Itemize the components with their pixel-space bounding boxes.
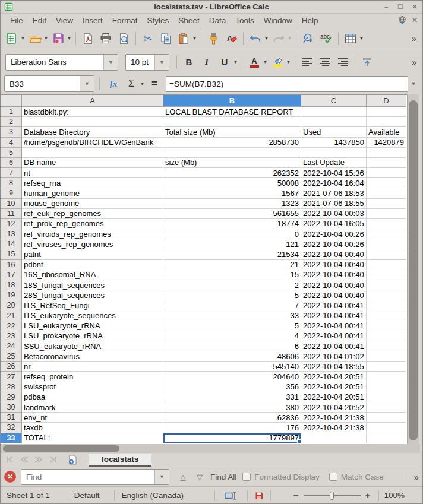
row-header-1[interactable]: 1 [1,107,22,117]
menu-file[interactable]: File [5,15,28,26]
cell-C2[interactable] [301,117,367,127]
menu-format[interactable]: Format [108,15,143,26]
find-combobox[interactable]: ▼ [21,469,169,485]
cell-C5[interactable] [301,148,367,158]
cell-B9[interactable]: 1567 [163,188,301,198]
cell-B22[interactable]: 5 [163,321,301,331]
cell-D5[interactable] [367,148,406,158]
cell-B30[interactable]: 380 [163,402,301,413]
find-replace-icon[interactable]: ad [301,30,316,47]
zoom-slider[interactable]: − + [293,490,371,500]
name-box-dropdown[interactable]: ▼ [80,76,94,91]
find-previous-icon[interactable]: △ [180,473,186,481]
export-pdf-icon[interactable] [80,30,96,47]
cell-D18[interactable] [367,280,406,290]
row-header-5[interactable]: 5 [1,148,22,158]
cell-B21[interactable]: 33 [163,310,301,321]
paste-dropdown[interactable]: ▼ [191,30,198,47]
cell-A5[interactable] [22,148,163,158]
expand-formula-bar-button[interactable]: ▼ [408,81,419,87]
spelling-icon[interactable]: abc [318,30,334,47]
horizontal-scrollbar[interactable] [1,444,420,453]
column-header-D[interactable]: D [367,95,406,107]
find-all-button[interactable]: Find All [210,473,236,481]
sum-dropdown[interactable]: ▼ [139,75,146,92]
row-header-20[interactable]: 20 [1,300,22,310]
column-header-C[interactable]: C [301,95,367,107]
cell-B24[interactable]: 6 [163,341,301,351]
redo-icon[interactable] [271,30,286,47]
cell-D4[interactable]: 1420879 [367,138,406,148]
cell-C15[interactable]: 2022-10-04 00:40 [301,249,367,259]
cell-D21[interactable] [367,310,406,321]
cell-B6[interactable]: size (Mb) [163,158,301,168]
align-left-icon[interactable] [299,54,315,71]
cell-A16[interactable]: pdbnt [22,260,163,270]
cell-C13[interactable]: 2022-10-04 00:26 [301,229,367,239]
cell-A23[interactable]: LSU_prokaryote_rRNA [22,331,163,341]
function-wizard-button[interactable]: fx [106,75,121,92]
cell-A24[interactable]: SSU_eukaryote_rRNA [22,341,163,351]
cell-D3[interactable]: Available [367,127,406,137]
row-header-2[interactable]: 2 [1,117,22,127]
cell-A17[interactable]: 16S_ribosomal_RNA [22,270,163,280]
cell-D6[interactable] [367,158,406,168]
cell-D14[interactable] [367,239,406,249]
horizontal-scrollbar-thumb[interactable] [3,445,119,452]
cell-D19[interactable] [367,290,406,300]
cell-C9[interactable]: 2021-07-06 18:53 [301,188,367,198]
print-preview-icon[interactable] [116,30,131,47]
menu-window[interactable]: Window [259,15,297,26]
row-header-11[interactable]: 11 [1,209,22,219]
new-document-dropdown[interactable]: ▼ [20,30,26,47]
cell-B11[interactable]: 561655 [163,209,301,219]
row-header-32[interactable]: 32 [1,423,22,433]
column-header-B[interactable]: B [163,95,301,107]
highlight-color-button[interactable] [270,54,285,71]
page-style-status[interactable]: Default [74,491,100,500]
cell-D27[interactable] [367,372,406,382]
select-all-corner[interactable] [1,95,22,107]
cell-A27[interactable]: refseq_protein [22,372,163,382]
zoom-slider-thumb[interactable] [330,492,334,500]
font-name-dropdown[interactable]: ▼ [103,55,118,70]
cell-A28[interactable]: swissprot [22,382,163,392]
open-file-icon[interactable] [27,30,43,47]
vertical-scrollbar-thumb[interactable] [409,100,418,440]
sheet-count-status[interactable]: Sheet 1 of 1 [7,491,50,500]
row-header-12[interactable]: 12 [1,219,22,229]
cell-B33[interactable]: 1779897 [163,433,301,443]
cell-A18[interactable]: 18S_fungal_sequences [22,280,163,290]
find-dropdown[interactable]: ▼ [154,470,169,484]
cell-D32[interactable] [367,423,406,433]
column-header-A[interactable]: A [22,95,163,107]
underline-dropdown[interactable]: ▼ [232,54,239,71]
row-header-25[interactable]: 25 [1,351,22,362]
borders-table-icon[interactable] [343,30,358,47]
cell-D1[interactable] [367,107,406,117]
cell-A25[interactable]: Betacoronavirus [22,351,163,362]
cell-C14[interactable]: 2022-10-04 00:26 [301,239,367,249]
new-document-icon[interactable] [4,30,20,47]
row-header-33[interactable]: 33 [1,433,22,443]
cell-C26[interactable]: 2022-10-04 18:55 [301,362,367,372]
row-header-30[interactable]: 30 [1,402,22,413]
cell-B5[interactable] [163,148,301,158]
row-header-31[interactable]: 31 [1,413,22,423]
menu-data[interactable]: Data [204,15,231,26]
cell-C33[interactable] [301,433,367,443]
font-color-button[interactable]: A [247,54,262,71]
clone-formatting-icon[interactable] [206,30,221,47]
cell-B31[interactable]: 62836 [163,413,301,423]
cell-D23[interactable] [367,331,406,341]
font-size-combobox[interactable]: 10 pt ▼ [125,54,169,71]
font-name-combobox[interactable]: Liberation Sans ▼ [5,54,118,71]
row-header-22[interactable]: 22 [1,321,22,331]
cell-D30[interactable] [367,402,406,413]
equals-button[interactable]: = [147,75,162,92]
cell-D22[interactable] [367,321,406,331]
cell-A8[interactable]: refseq_rna [22,178,163,188]
cell-A22[interactable]: LSU_eukaryote_rRNA [22,321,163,331]
cell-B27[interactable]: 204640 [163,372,301,382]
menu-tools[interactable]: Tools [231,15,259,26]
